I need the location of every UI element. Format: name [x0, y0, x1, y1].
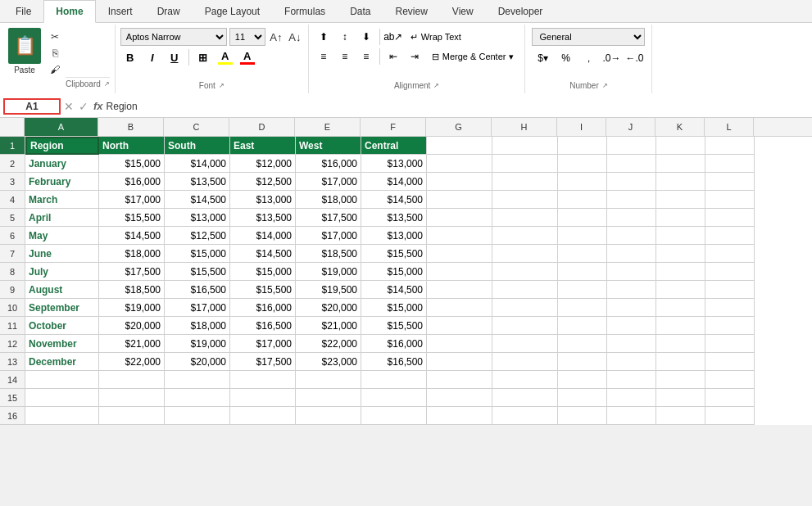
cell-L12[interactable]: [705, 335, 755, 353]
cell-A16[interactable]: [25, 407, 99, 425]
font-expand-icon[interactable]: ↗: [219, 82, 225, 89]
cell-H6[interactable]: [492, 227, 558, 245]
cell-K8[interactable]: [656, 263, 705, 281]
cell-K4[interactable]: [656, 191, 705, 209]
cell-I6[interactable]: [558, 227, 607, 245]
row-num-5[interactable]: 5: [0, 209, 25, 227]
cell-I16[interactable]: [558, 407, 607, 425]
fx-icon[interactable]: fx: [93, 100, 103, 112]
cell-I1[interactable]: [558, 137, 607, 155]
col-header-j[interactable]: J: [606, 118, 655, 136]
tab-review[interactable]: Review: [383, 0, 439, 23]
cell-L16[interactable]: [705, 407, 755, 425]
cell-G14[interactable]: [427, 371, 492, 389]
cell-A10[interactable]: September: [25, 299, 99, 317]
cell-B9[interactable]: $18,500: [99, 281, 165, 299]
cell-H14[interactable]: [492, 371, 558, 389]
cell-L6[interactable]: [705, 227, 755, 245]
row-num-10[interactable]: 10: [0, 299, 25, 317]
cell-D4[interactable]: $13,000: [230, 191, 296, 209]
row-num-1[interactable]: 1: [0, 137, 25, 155]
cell-B12[interactable]: $21,000: [99, 335, 165, 353]
cell-E9[interactable]: $19,500: [296, 281, 361, 299]
cell-J14[interactable]: [607, 371, 656, 389]
cell-L4[interactable]: [705, 191, 755, 209]
cell-D13[interactable]: $17,500: [230, 353, 296, 371]
cell-E7[interactable]: $18,500: [296, 245, 361, 263]
cell-K16[interactable]: [656, 407, 705, 425]
cell-H4[interactable]: [492, 191, 558, 209]
cell-A4[interactable]: March: [25, 191, 99, 209]
cell-F3[interactable]: $14,000: [361, 173, 427, 191]
cell-F12[interactable]: $16,000: [361, 335, 427, 353]
cell-D12[interactable]: $17,000: [230, 335, 296, 353]
cell-H13[interactable]: [492, 353, 558, 371]
cell-F6[interactable]: $13,000: [361, 227, 427, 245]
col-header-d[interactable]: D: [229, 118, 295, 136]
cell-I10[interactable]: [558, 299, 607, 317]
cell-H16[interactable]: [492, 407, 558, 425]
cell-F4[interactable]: $14,500: [361, 191, 427, 209]
underline-button[interactable]: U: [165, 48, 184, 66]
merge-center-button[interactable]: ⊟ Merge & Center ▾: [426, 49, 520, 65]
cell-G16[interactable]: [427, 407, 492, 425]
cell-G9[interactable]: [427, 281, 492, 299]
row-num-9[interactable]: 9: [0, 281, 25, 299]
alignment-expand-icon[interactable]: ↗: [433, 82, 439, 89]
cell-H15[interactable]: [492, 389, 558, 407]
cell-J2[interactable]: [607, 155, 656, 173]
cell-E1[interactable]: West: [296, 137, 361, 155]
cell-L15[interactable]: [705, 389, 755, 407]
row-num-11[interactable]: 11: [0, 317, 25, 335]
cell-J11[interactable]: [607, 317, 656, 335]
percent-button[interactable]: %: [555, 49, 576, 67]
cell-K6[interactable]: [656, 227, 705, 245]
cell-F10[interactable]: $15,000: [361, 299, 427, 317]
decrease-font-size-button[interactable]: A↓: [287, 29, 303, 45]
cell-C3[interactable]: $13,500: [165, 173, 230, 191]
tab-page-layout[interactable]: Page Layout: [193, 0, 272, 23]
cell-G15[interactable]: [427, 389, 492, 407]
cancel-formula-icon[interactable]: ✕: [64, 100, 74, 113]
comma-button[interactable]: ‚: [578, 49, 599, 67]
cell-reference-box[interactable]: A1: [3, 98, 61, 115]
cell-H7[interactable]: [492, 245, 558, 263]
cell-H11[interactable]: [492, 317, 558, 335]
cell-A12[interactable]: November: [25, 335, 99, 353]
align-center-button[interactable]: ≡: [335, 47, 355, 66]
cell-E10[interactable]: $20,000: [296, 299, 361, 317]
cell-K15[interactable]: [656, 389, 705, 407]
cell-F11[interactable]: $15,500: [361, 317, 427, 335]
cell-E3[interactable]: $17,000: [296, 173, 361, 191]
cell-E4[interactable]: $18,000: [296, 191, 361, 209]
tab-file[interactable]: File: [3, 0, 43, 23]
accounting-button[interactable]: $▾: [532, 49, 553, 67]
cell-G13[interactable]: [427, 353, 492, 371]
increase-decimal-button[interactable]: .0→: [601, 49, 622, 67]
cell-J12[interactable]: [607, 335, 656, 353]
cell-A14[interactable]: [25, 371, 99, 389]
cell-J1[interactable]: [607, 137, 656, 155]
cell-H10[interactable]: [492, 299, 558, 317]
row-num-16[interactable]: 16: [0, 407, 25, 425]
cell-C15[interactable]: [165, 389, 230, 407]
cell-D11[interactable]: $16,500: [230, 317, 296, 335]
number-format-select[interactable]: General: [532, 28, 645, 46]
cell-J15[interactable]: [607, 389, 656, 407]
tab-developer[interactable]: Developer: [486, 0, 556, 23]
cell-K1[interactable]: [656, 137, 705, 155]
cell-I12[interactable]: [558, 335, 607, 353]
cell-C8[interactable]: $15,500: [165, 263, 230, 281]
cell-I13[interactable]: [558, 353, 607, 371]
decrease-indent-button[interactable]: ⇤: [383, 47, 403, 66]
cell-D7[interactable]: $14,500: [230, 245, 296, 263]
cell-D15[interactable]: [230, 389, 296, 407]
cell-A15[interactable]: [25, 389, 99, 407]
cut-button[interactable]: ✂: [44, 29, 66, 44]
cell-A7[interactable]: June: [25, 245, 99, 263]
cell-I14[interactable]: [558, 371, 607, 389]
font-name-select[interactable]: Aptos Narrow: [120, 28, 227, 46]
cell-A8[interactable]: July: [25, 263, 99, 281]
cell-A2[interactable]: January: [25, 155, 99, 173]
row-num-8[interactable]: 8: [0, 263, 25, 281]
